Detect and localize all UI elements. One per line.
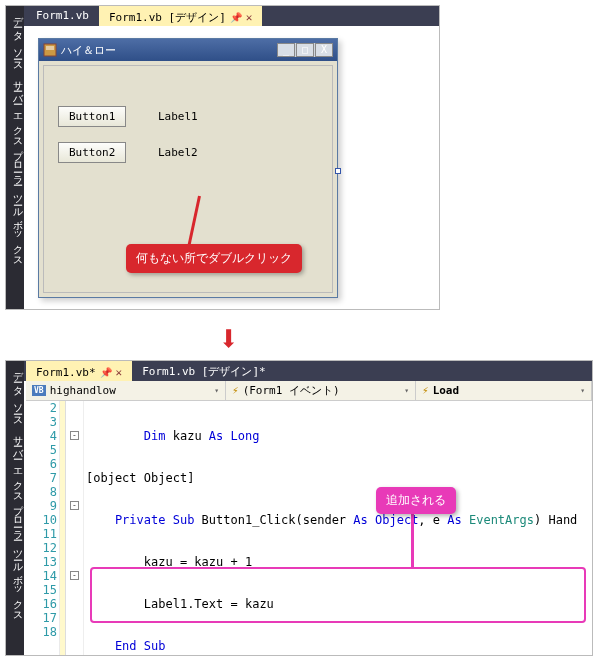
form-title: ハイ＆ロー	[61, 43, 116, 58]
svg-rect-1	[46, 46, 54, 50]
code-text[interactable]: Dim kazu As Long [object Object] Private…	[86, 401, 592, 655]
event-group-dropdown[interactable]: ⚡ (Form1 イベント) ▾	[226, 381, 416, 400]
resize-handle[interactable]	[335, 168, 341, 174]
callout-pointer-pink	[411, 511, 414, 569]
tab-bar: Form1.vb Form1.vb [デザイン] 📌 ✕	[6, 6, 439, 26]
change-margin	[60, 401, 66, 655]
button1[interactable]: Button1	[58, 106, 126, 127]
button2[interactable]: Button2	[58, 142, 126, 163]
close-icon[interactable]: ✕	[246, 11, 253, 24]
tab-bar-2: Form1.vb* 📌 ✕ Form1.vb [デザイン]*	[6, 361, 592, 381]
code-editor[interactable]: 23456789101112131415161718 - - - Dim kaz…	[26, 401, 592, 655]
arrow-down-icon: ⬇	[218, 318, 240, 359]
outline-margin: - - -	[68, 401, 84, 655]
label1[interactable]: Label1	[158, 110, 198, 123]
designer-surface[interactable]: ハイ＆ロー _ □ X Button1 Label1 Button2 Label…	[26, 26, 437, 307]
minimize-button[interactable]: _	[277, 43, 295, 57]
pin-icon[interactable]: 📌	[230, 12, 242, 23]
code-nav-bar: VB highandlow ▾ ⚡ (Form1 イベント) ▾ ⚡ Load …	[26, 381, 592, 401]
maximize-button[interactable]: □	[296, 43, 314, 57]
outline-collapse[interactable]: -	[70, 431, 79, 440]
close-icon[interactable]: ✕	[116, 366, 123, 379]
outline-collapse[interactable]: -	[70, 571, 79, 580]
vb-icon: VB	[32, 385, 46, 396]
event-dropdown[interactable]: ⚡ Load ▾	[416, 381, 592, 400]
chevron-down-icon: ▾	[580, 386, 585, 395]
form-icon	[43, 43, 57, 57]
window-buttons: _ □ X	[277, 43, 333, 57]
callout-red: 何もない所でダブルクリック	[126, 244, 302, 273]
event-value: Load	[433, 384, 460, 397]
side-toolwindows[interactable]: データ ソース サーバー エクスプローラー ツールボックス	[6, 6, 24, 309]
scope-value: highandlow	[50, 384, 116, 397]
bolt-icon: ⚡	[422, 384, 429, 397]
event-group-value: (Form1 イベント)	[243, 383, 340, 398]
code-window: データ ソース サーバー エクスプローラー ツールボックス Form1.vb* …	[5, 360, 593, 656]
chevron-down-icon: ▾	[404, 386, 409, 395]
tab-code-2[interactable]: Form1.vb* 📌 ✕	[26, 361, 132, 381]
tab-code[interactable]: Form1.vb	[26, 6, 99, 26]
form-titlebar[interactable]: ハイ＆ロー _ □ X	[39, 39, 337, 61]
line-gutter: 23456789101112131415161718	[26, 401, 60, 655]
designer-window: データ ソース サーバー エクスプローラー ツールボックス Form1.vb F…	[5, 5, 440, 310]
side-toolwindows-2[interactable]: データ ソース サーバー エクスプローラー ツールボックス	[6, 361, 24, 655]
pin-icon[interactable]: 📌	[100, 367, 112, 378]
bolt-icon: ⚡	[232, 384, 239, 397]
scope-dropdown[interactable]: VB highandlow ▾	[26, 381, 226, 400]
chevron-down-icon: ▾	[214, 386, 219, 395]
tab-label: Form1.vb [デザイン]	[109, 10, 226, 25]
outline-collapse[interactable]: -	[70, 501, 79, 510]
tab-designer[interactable]: Form1.vb [デザイン] 📌 ✕	[99, 6, 262, 26]
callout-pink: 追加される	[376, 487, 456, 514]
label2[interactable]: Label2	[158, 146, 198, 159]
close-button[interactable]: X	[315, 43, 333, 57]
tab-label: Form1.vb*	[36, 366, 96, 379]
tab-designer-2[interactable]: Form1.vb [デザイン]*	[132, 361, 275, 381]
